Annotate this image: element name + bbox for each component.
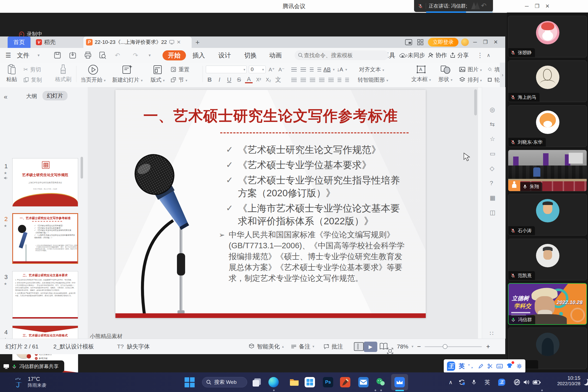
more-menu-icon[interactable]: ⋮ (477, 48, 483, 63)
participant-tile[interactable]: 海上的马 (508, 60, 587, 102)
smart-graphic-button[interactable]: 转智能图形 ▾ (358, 76, 388, 84)
participant-tile[interactable]: 范凯熹 (508, 239, 587, 280)
share-button[interactable]: 分享 (450, 48, 469, 63)
normal-view-button[interactable] (354, 342, 364, 351)
line-spacing-icon[interactable] (338, 78, 341, 82)
character-border-icon[interactable]: AB (323, 66, 331, 73)
participant-tile-video[interactable]: 朱翔 (508, 150, 587, 191)
missing-font-warning[interactable]: 缺失字体 (127, 339, 150, 354)
new-tab-button[interactable]: + (195, 38, 200, 47)
undo-icon[interactable]: ↶ (115, 48, 120, 63)
zoom-level[interactable]: 78% (397, 339, 408, 354)
new-slide-button[interactable]: 新建幻灯片 ▾ (109, 64, 145, 85)
side-tool-icon[interactable]: ☆ (490, 136, 495, 143)
tab-home[interactable]: 首页 (8, 36, 30, 48)
start-button[interactable] (185, 372, 195, 392)
section-button[interactable]: 节 ▾ (170, 75, 200, 85)
participant-tile[interactable]: 张曌静 (508, 16, 587, 57)
align-center-icon[interactable] (301, 78, 306, 82)
textbox-button[interactable]: A 文本框 ▾ (410, 64, 433, 85)
reset-button[interactable]: 重置 (170, 64, 200, 75)
screen-share-banner[interactable]: 冯信群的屏幕共享 (0, 360, 64, 372)
zoom-slider-knob[interactable] (443, 344, 448, 349)
tab-close-icon[interactable]: ✕ (177, 39, 181, 45)
menu-tab-animation[interactable]: 动画 (269, 48, 282, 63)
format-painter-button[interactable]: 格式刷 (52, 64, 74, 85)
pip-view-icon[interactable] (405, 39, 412, 45)
pinyin-guide-button[interactable]: 文 (274, 76, 282, 84)
comment-button[interactable]: 批注 (323, 339, 343, 354)
template-name[interactable]: 2_默认设计模板 (53, 339, 94, 354)
grid-view-icon[interactable] (417, 39, 424, 45)
present-icon[interactable] (169, 40, 174, 45)
taskbar-search[interactable]: 搜索 Web (202, 377, 247, 387)
account-avatar[interactable] (461, 38, 469, 46)
fit-window-icon[interactable] (387, 343, 394, 359)
collapse-ribbon-icon[interactable]: ∧ (487, 48, 490, 63)
align-left-icon[interactable] (291, 78, 297, 82)
tab-document[interactable]: P 22-10-23《...上海评价要求》22 ✕ (83, 36, 192, 48)
participant-tile[interactable]: 刘晓东-东华 (508, 105, 587, 147)
panel-scrollbar[interactable] (81, 157, 83, 179)
minimize-button[interactable]: ─ (522, 2, 531, 10)
slide-thumbnail-3[interactable]: 二、艺术硕士研究生论文基本要求 1. 学位论文应在导师指导下独立完成，其选题属于… (12, 271, 78, 319)
bullet-list-icon[interactable] (291, 68, 297, 72)
editing-canvas[interactable]: 一、艺术硕士研究生论文写作参考标准 (88, 87, 478, 339)
menu-tab-design[interactable]: 设计 (218, 48, 231, 63)
wps-maximize-button[interactable]: ❐ (481, 38, 490, 46)
shapes-button[interactable]: 形状 ▾ (436, 64, 455, 85)
slide-thumbnail-1[interactable]: 艺术硕士研究生论文写作规范 上海艺术专业学位研究生教育指导委员会 东华大学教授，… (12, 158, 78, 207)
align-right-icon[interactable] (310, 78, 315, 82)
copy-button[interactable]: 复制 (23, 75, 51, 85)
tray-language-indicator[interactable]: 英 (485, 372, 490, 392)
wechat-icon[interactable] (375, 372, 386, 392)
sync-status[interactable]: 未同步 (399, 48, 425, 63)
decrease-indent-icon[interactable] (310, 68, 314, 72)
cut-button[interactable]: ✂剪切 (23, 64, 51, 75)
italic-button[interactable]: I (216, 76, 223, 83)
menu-tab-transition[interactable]: 切换 (244, 48, 257, 63)
login-button[interactable]: 立即登录 (428, 38, 458, 47)
justify-icon[interactable] (319, 78, 324, 82)
panel-collapse-icon[interactable]: « (4, 93, 7, 101)
app-menu-icon[interactable]: ☰ (5, 48, 11, 63)
zoom-out-button[interactable]: − (417, 339, 421, 354)
weather-widget[interactable]: 17°C 阵雨来袭 (14, 372, 46, 392)
ms-store-icon[interactable] (305, 372, 315, 392)
canvas-scrollbar[interactable] (474, 89, 477, 115)
history-caret-icon[interactable]: ▾ (149, 48, 151, 63)
paste-button[interactable]: 粘贴 (3, 64, 21, 85)
taskbar-clock[interactable]: 10:15 2022/10/28 (557, 375, 580, 387)
increase-indent-icon[interactable] (317, 68, 321, 72)
tray-mic-icon[interactable] (471, 372, 477, 392)
save-icon[interactable] (53, 51, 62, 59)
text-direction-icon[interactable]: ↓A (337, 66, 343, 73)
collaborate-button[interactable]: 协作 (428, 48, 447, 63)
menu-tab-insert[interactable]: 插入 (192, 48, 205, 63)
tab-slides[interactable]: 幻灯片 (42, 91, 68, 100)
wps-close-button[interactable]: ✕ (491, 38, 500, 46)
tab-docer[interactable]: V 稻壳 (31, 36, 83, 48)
ime-punctuation-icon[interactable]: ’， (468, 363, 474, 369)
picture-button[interactable]: 图片 ▾ (459, 64, 485, 75)
redo-icon[interactable]: ↷ (133, 48, 138, 63)
subscript-button[interactable]: X₂ (265, 77, 272, 83)
slideshow-play-button[interactable]: ▶ (364, 342, 377, 352)
ime-pen-icon[interactable] (478, 363, 484, 369)
photoshop-icon[interactable]: Ps (323, 372, 333, 392)
print-preview-icon[interactable] (99, 51, 107, 59)
tencent-meeting-icon[interactable] (394, 372, 405, 392)
superscript-button[interactable]: X² (255, 77, 262, 83)
ime-settings-icon[interactable] (516, 363, 522, 369)
notes-button[interactable]: 备注▾ (291, 339, 314, 354)
tray-ime-icon[interactable]: 王 (498, 372, 505, 392)
ribbon-expand-strip[interactable]: › (500, 63, 505, 87)
file-caret-icon[interactable]: ▾ (38, 48, 40, 63)
export-icon[interactable] (69, 51, 77, 59)
tray-network-icon[interactable] (513, 372, 520, 392)
print-icon[interactable] (84, 51, 92, 59)
mail-app-icon[interactable] (358, 372, 369, 392)
layout-button[interactable]: 版式 ▾ (148, 64, 167, 85)
task-view-button[interactable] (252, 372, 262, 392)
strikethrough-button[interactable]: S (235, 76, 243, 83)
